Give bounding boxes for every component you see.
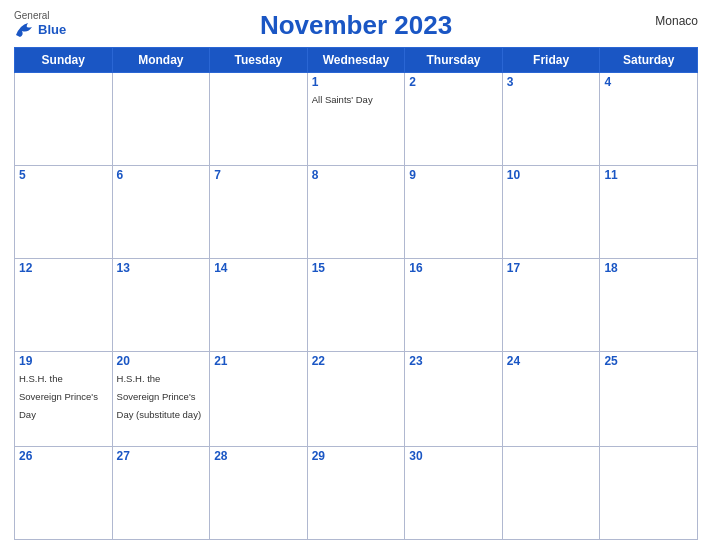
day-event: H.S.H. the Sovereign Prince's Day [19,373,98,420]
day-event: H.S.H. the Sovereign Prince's Day (subst… [117,373,201,420]
day-cell: 9 [405,166,503,259]
day-number: 12 [19,261,108,275]
day-cell: 11 [600,166,698,259]
day-event: All Saints' Day [312,94,373,105]
logo-bird-icon [14,21,36,39]
day-cell [502,446,600,539]
day-cell: 24 [502,352,600,446]
page: General Blue November 2023 Monaco Sunday… [0,0,712,550]
day-cell: 19H.S.H. the Sovereign Prince's Day [15,352,113,446]
day-number: 18 [604,261,693,275]
day-number: 8 [312,168,401,182]
day-number: 7 [214,168,303,182]
day-number: 17 [507,261,596,275]
day-cell: 4 [600,73,698,166]
header-friday: Friday [502,48,600,73]
week-row-3: 12131415161718 [15,259,698,352]
header-sunday: Sunday [15,48,113,73]
day-cell: 5 [15,166,113,259]
day-cell [600,446,698,539]
day-number: 25 [604,354,693,368]
header-wednesday: Wednesday [307,48,405,73]
day-cell: 26 [15,446,113,539]
day-cell: 27 [112,446,210,539]
day-number: 1 [312,75,401,89]
day-cell: 14 [210,259,308,352]
day-number: 22 [312,354,401,368]
day-number: 2 [409,75,498,89]
day-number: 23 [409,354,498,368]
day-cell: 17 [502,259,600,352]
day-number: 11 [604,168,693,182]
day-cell: 12 [15,259,113,352]
day-number: 20 [117,354,206,368]
calendar-table: Sunday Monday Tuesday Wednesday Thursday… [14,47,698,540]
day-cell [15,73,113,166]
day-number: 9 [409,168,498,182]
day-cell: 2 [405,73,503,166]
day-number: 30 [409,449,498,463]
day-number: 19 [19,354,108,368]
day-cell: 6 [112,166,210,259]
logo: General Blue [14,10,66,39]
day-number: 6 [117,168,206,182]
header: General Blue November 2023 Monaco [14,10,698,41]
day-cell: 21 [210,352,308,446]
day-cell: 3 [502,73,600,166]
day-cell: 18 [600,259,698,352]
day-cell: 28 [210,446,308,539]
day-number: 13 [117,261,206,275]
day-number: 15 [312,261,401,275]
day-number: 21 [214,354,303,368]
logo-general: General [14,10,50,21]
day-number: 26 [19,449,108,463]
day-number: 3 [507,75,596,89]
day-number: 4 [604,75,693,89]
country-label: Monaco [655,14,698,28]
day-cell: 22 [307,352,405,446]
day-cell: 1All Saints' Day [307,73,405,166]
header-monday: Monday [112,48,210,73]
week-row-5: 2627282930 [15,446,698,539]
day-number: 27 [117,449,206,463]
week-row-2: 567891011 [15,166,698,259]
weekday-header-row: Sunday Monday Tuesday Wednesday Thursday… [15,48,698,73]
day-cell: 15 [307,259,405,352]
calendar-title: November 2023 [260,10,452,41]
day-number: 5 [19,168,108,182]
day-cell: 7 [210,166,308,259]
day-cell: 23 [405,352,503,446]
day-cell: 25 [600,352,698,446]
header-tuesday: Tuesday [210,48,308,73]
day-number: 29 [312,449,401,463]
day-cell: 16 [405,259,503,352]
day-cell: 13 [112,259,210,352]
day-cell: 8 [307,166,405,259]
day-cell: 29 [307,446,405,539]
logo-blue: Blue [38,23,66,37]
day-number: 28 [214,449,303,463]
day-cell: 20H.S.H. the Sovereign Prince's Day (sub… [112,352,210,446]
day-cell: 30 [405,446,503,539]
day-number: 14 [214,261,303,275]
day-number: 24 [507,354,596,368]
week-row-1: 1All Saints' Day234 [15,73,698,166]
week-row-4: 19H.S.H. the Sovereign Prince's Day20H.S… [15,352,698,446]
day-cell [210,73,308,166]
day-number: 10 [507,168,596,182]
day-number: 16 [409,261,498,275]
header-saturday: Saturday [600,48,698,73]
day-cell [112,73,210,166]
day-cell: 10 [502,166,600,259]
header-thursday: Thursday [405,48,503,73]
